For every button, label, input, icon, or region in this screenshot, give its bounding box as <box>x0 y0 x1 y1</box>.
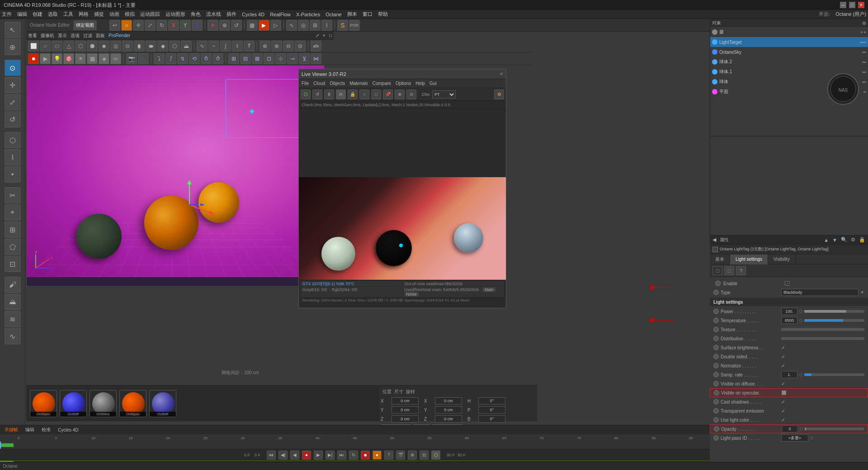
attr-enable-check[interactable]: ✓ <box>785 281 789 286</box>
attr-icon-up[interactable]: ▲ <box>824 237 829 243</box>
lv-btn-octane[interactable]: ⬡ <box>301 89 311 99</box>
tb-text-tool[interactable]: T <box>244 41 255 52</box>
attr-power-slider[interactable] <box>804 310 864 313</box>
tb-oil[interactable]: ⬬ <box>146 41 156 52</box>
lv-menu-materials[interactable]: Materials <box>349 81 368 86</box>
attr-icon-down[interactable]: ▼ <box>832 237 837 243</box>
menu-xparticles[interactable]: X-Particles <box>296 12 320 17</box>
pb-btn-play-fwd[interactable]: ▶ <box>314 451 323 460</box>
attr-surfbright-check[interactable]: ✓ <box>781 345 785 351</box>
coord-x-pos[interactable]: 0 cm <box>392 397 419 404</box>
tb-target[interactable]: 🎯 <box>63 53 74 64</box>
sidebar-edge[interactable]: ⌇ <box>5 149 21 165</box>
tb-deform2[interactable]: ⤴ <box>165 53 176 64</box>
attr-temp-stepper[interactable]: ⬡ <box>799 319 802 323</box>
timeline-track[interactable] <box>0 442 710 449</box>
attr-opacity-num[interactable]: 0 <box>782 425 798 432</box>
attr-doublesided-check[interactable]: ✓ <box>781 354 785 360</box>
obj-row-lighttarget[interactable]: LightTarget ▪▪▪▪▪ <box>710 37 868 47</box>
tb-tag4[interactable]: ⊡ <box>264 53 274 64</box>
lv-btn-pin[interactable]: 📌 <box>383 89 393 99</box>
attr-dist-slider[interactable] <box>781 337 864 340</box>
tb-x-sym[interactable]: ⊗ <box>208 20 218 31</box>
attr-icon-gear[interactable]: ⚙ <box>851 237 855 243</box>
lv-menu-help[interactable]: Help <box>415 81 425 86</box>
tb-ies[interactable]: ◈ <box>99 53 109 64</box>
tb-tag5[interactable]: ⊹ <box>275 53 286 64</box>
attr-power-num[interactable]: 100. <box>781 308 797 315</box>
pb-btn-octane2[interactable]: ⬡ <box>431 451 440 460</box>
sidebar-magnet[interactable]: ⊕ <box>5 39 21 55</box>
tb-curve2[interactable]: ~ <box>208 41 219 52</box>
menu-simulate[interactable]: 模拟 <box>125 11 135 18</box>
tb-gen3[interactable]: ⊖ <box>283 41 294 52</box>
tb-render[interactable]: ▶ <box>259 20 269 31</box>
attr-icon-btn-question[interactable]: ? <box>736 266 746 275</box>
menu-pipeline[interactable]: 流水线 <box>206 11 221 18</box>
tb-nurbs[interactable]: ◎ <box>298 20 309 31</box>
tb-cylinder[interactable]: ⬭ <box>52 41 62 52</box>
tb-landscape[interactable]: ⛰ <box>181 41 192 52</box>
attr-icon-btn-square2[interactable]: □ <box>724 266 734 275</box>
menu-animate[interactable]: 动画 <box>109 11 119 18</box>
tb-scale[interactable]: ⤢ <box>145 20 156 31</box>
sidebar-rotate[interactable]: ↺ <box>5 111 21 127</box>
tb-render-region[interactable]: ▦ <box>247 20 258 31</box>
tb-cam1[interactable]: 📷 <box>126 53 137 64</box>
tb-gen1[interactable]: ⊕ <box>259 41 270 52</box>
sidebar-extrude[interactable]: ⊞ <box>5 221 21 238</box>
attr-lightpassid-num[interactable]: «多重» <box>781 434 808 442</box>
pb-btn-next[interactable]: ▶| <box>326 451 335 460</box>
tb-sphere2[interactable]: ○ <box>40 41 51 52</box>
sidebar-cloth[interactable]: ≋ <box>5 311 21 327</box>
tb-tag3[interactable]: ⊠ <box>252 53 263 64</box>
pb-btn-prev-key[interactable]: ◀| <box>278 451 288 460</box>
pb-btn-prev[interactable]: ◀ <box>290 451 299 460</box>
tb-render2[interactable]: ▷ <box>270 20 281 31</box>
attr-visspecular-check[interactable] <box>782 390 786 395</box>
tb-torus[interactable]: ◎ <box>110 41 121 52</box>
menu-edit[interactable]: 编辑 <box>17 11 27 18</box>
tb-plane2[interactable]: ⬡ <box>75 41 86 52</box>
lv-btn-target2[interactable]: ⊕ <box>395 89 405 99</box>
tb-curve1[interactable]: ∿ <box>197 41 208 52</box>
tb-rot2[interactable]: ↺ <box>231 20 242 31</box>
tb-move[interactable]: ✛ <box>133 20 144 31</box>
pb-btn-orange[interactable]: ● <box>373 451 382 460</box>
menu-motion-track[interactable]: 运动跟踪 <box>140 11 160 18</box>
pb-btn-clap[interactable]: 🎬 <box>396 451 405 460</box>
attr-icon-search[interactable]: 🔍 <box>841 237 847 243</box>
lv-channel-select[interactable]: PT Direct Indirect <box>432 90 456 99</box>
tb-infinite[interactable]: ∞ <box>110 53 121 64</box>
vp-menu-panel[interactable]: 面板 <box>96 33 105 39</box>
attr-type-dropdown-arrow[interactable]: ▼ <box>860 290 864 295</box>
user-area-value[interactable]: Octane (用户) <box>835 11 866 18</box>
obj-row-octanesky[interactable]: OctaneSky ▪▪▪ <box>710 47 868 57</box>
attr-tab-visibility[interactable]: Visibility <box>768 254 796 264</box>
menu-create[interactable]: 创建 <box>33 11 42 18</box>
tl-tab-keyframe[interactable]: 关键帧 <box>3 427 20 433</box>
tb-deform3[interactable]: ↯ <box>177 53 188 64</box>
tb-gem[interactable]: ◆ <box>157 41 168 52</box>
attr-icon-lock[interactable]: 🔒 <box>859 237 865 243</box>
obj-row-camera[interactable]: 摄 ● ● <box>710 27 868 37</box>
mat-preview-4[interactable]: OctSpec <box>119 390 146 417</box>
mat-preview-1[interactable]: OctSpec <box>30 390 57 417</box>
coord-z-pos[interactable]: 0 cm <box>392 415 419 423</box>
sidebar-loop[interactable]: ⊡ <box>5 256 21 272</box>
pb-btn-record[interactable]: ● <box>302 451 311 460</box>
pb-btn-fx2[interactable]: ⊕ <box>408 451 417 460</box>
tb-figure[interactable]: ☻ <box>99 41 109 52</box>
tb-curve3[interactable]: ∫ <box>220 41 231 52</box>
attr-opacity-slider[interactable] <box>805 428 864 430</box>
lv-btn-refresh[interactable]: ↺ <box>312 89 322 99</box>
tl-tab-cycles[interactable]: Cycles 4D <box>56 428 80 432</box>
vp-menu-prorender[interactable]: ProRender <box>108 33 130 38</box>
tb-spline[interactable]: ∿ <box>286 20 297 31</box>
menu-plugins[interactable]: 插件 <box>226 11 236 18</box>
attr-opacity-stepper[interactable]: ⬡ <box>800 427 803 431</box>
attr-uselightcolor-check[interactable]: ✓ <box>781 417 785 423</box>
viewport-canvas[interactable]: ✦ X Y Z <box>27 66 324 277</box>
tb-deformer[interactable]: ⌇ <box>321 20 332 31</box>
maximize-button[interactable]: □ <box>849 2 855 8</box>
